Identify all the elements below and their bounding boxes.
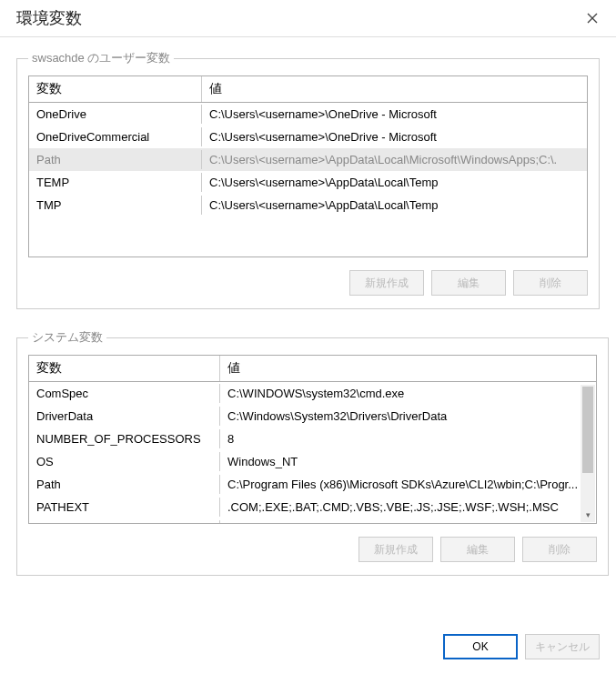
var-value-cell: 8 (220, 429, 596, 448)
user-vars-header: 変数 値 (29, 76, 587, 103)
var-name-cell: Path (29, 150, 202, 169)
var-value-cell: C:\WINDOWS\system32\cmd.exe (220, 384, 596, 403)
var-value-cell: C:\Program Files (x86)\Microsoft SDKs\Az… (220, 475, 596, 494)
var-name-cell: TMP (29, 196, 202, 215)
system-vars-table[interactable]: 変数 値 ComSpecC:\WINDOWS\system32\cmd.exeD… (28, 355, 597, 524)
user-vars-legend: swsachde のユーザー変数 (28, 50, 174, 66)
var-name-cell: PATHEXT (29, 498, 220, 517)
scroll-down-icon[interactable]: ▾ (581, 508, 595, 522)
scrollbar[interactable]: ▾ (581, 385, 595, 522)
dialog-title: 環境変数 (16, 7, 82, 29)
system-vars-header: 変数 値 (29, 356, 596, 382)
cancel-button[interactable]: キャンセル (525, 634, 600, 659)
table-row[interactable]: OneDriveCommercialC:\Users\<username>\On… (29, 126, 587, 148)
env-vars-dialog: 環境変数 swsachde のユーザー変数 変数 値 OneDriveC:\Us… (0, 0, 616, 674)
var-name-cell: Path (29, 475, 220, 494)
table-row[interactable]: DriverDataC:\Windows\System32\Drivers\Dr… (29, 405, 596, 428)
var-value-cell: C:\Users\<username>\AppData\Local\Temp (202, 196, 587, 215)
user-delete-button[interactable]: 削除 (513, 270, 588, 296)
titlebar: 環境変数 (0, 0, 616, 36)
close-button[interactable] (580, 5, 605, 31)
table-row[interactable]: NUMBER_OF_PROCESSORS8 (29, 428, 596, 450)
system-vars-legend: システム変数 (28, 329, 106, 346)
content-area: swsachde のユーザー変数 変数 値 OneDriveC:\Users\<… (0, 45, 616, 605)
var-name-cell: DriverData (29, 407, 220, 426)
column-header-name[interactable]: 変数 (29, 76, 202, 102)
table-row[interactable]: OSWindows_NT (29, 450, 596, 473)
table-row[interactable]: OneDriveC:\Users\<username>\OneDrive - M… (29, 103, 587, 126)
table-row[interactable]: TEMPC:\Users\<username>\AppData\Local\Te… (29, 171, 587, 194)
table-row[interactable]: ComSpecC:\WINDOWS\system32\cmd.exe (29, 382, 596, 405)
var-name-cell: OS (29, 452, 220, 471)
system-delete-button[interactable]: 削除 (522, 537, 597, 562)
scrollbar-thumb[interactable] (582, 387, 593, 473)
table-row[interactable]: PathC:\Program Files (x86)\Microsoft SDK… (29, 473, 596, 496)
system-vars-group: システム変数 変数 値 ComSpecC:\WINDOWS\system32\c… (16, 329, 609, 576)
table-row[interactable]: TMPC:\Users\<username>\AppData\Local\Tem… (29, 194, 587, 216)
user-edit-button[interactable]: 編集 (431, 270, 506, 296)
column-header-name[interactable]: 変数 (29, 356, 220, 381)
dialog-footer: OK キャンセル (443, 634, 600, 659)
var-value-cell: .COM;.EXE;.BAT;.CMD;.VBS;.VBE;.JS;.JSE;.… (220, 498, 596, 517)
system-edit-button[interactable]: 編集 (440, 537, 515, 562)
system-vars-body: ComSpecC:\WINDOWS\system32\cmd.exeDriver… (29, 382, 596, 523)
var-value-cell: C:\Users\<username>\AppData\Local\Temp (202, 173, 587, 192)
column-header-value[interactable]: 値 (202, 76, 587, 102)
var-name-cell: TEMP (29, 173, 202, 192)
table-row[interactable]: POWERSHELL_DISTRIBUTIO...MSI:Windows 10 … (29, 518, 596, 523)
var-value-cell: C:\Users\<username>\AppData\Local\Micros… (202, 150, 587, 169)
var-value-cell: MSI:Windows 10 Enterprise (220, 520, 596, 523)
var-value-cell: C:\Windows\System32\Drivers\DriverData (220, 407, 596, 426)
ok-button[interactable]: OK (443, 634, 518, 659)
user-vars-table[interactable]: 変数 値 OneDriveC:\Users\<username>\OneDriv… (28, 75, 588, 257)
var-name-cell: OneDrive (29, 105, 202, 124)
user-vars-buttons: 新規作成 編集 削除 (28, 270, 588, 296)
var-name-cell: POWERSHELL_DISTRIBUTIO... (29, 520, 220, 523)
system-new-button[interactable]: 新規作成 (358, 537, 433, 562)
user-vars-body: OneDriveC:\Users\<username>\OneDrive - M… (29, 103, 587, 216)
table-row[interactable]: PathC:\Users\<username>\AppData\Local\Mi… (29, 148, 587, 171)
user-vars-group: swsachde のユーザー変数 変数 値 OneDriveC:\Users\<… (16, 50, 600, 309)
column-header-value[interactable]: 値 (220, 356, 596, 381)
var-value-cell: Windows_NT (220, 452, 596, 471)
var-name-cell: OneDriveCommercial (29, 127, 202, 146)
divider (0, 36, 616, 37)
var-value-cell: C:\Users\<username>\OneDrive - Microsoft (202, 127, 587, 146)
system-vars-buttons: 新規作成 編集 削除 (28, 537, 597, 562)
var-name-cell: ComSpec (29, 384, 220, 403)
close-icon (587, 13, 598, 24)
var-value-cell: C:\Users\<username>\OneDrive - Microsoft (202, 105, 587, 124)
table-row[interactable]: PATHEXT.COM;.EXE;.BAT;.CMD;.VBS;.VBE;.JS… (29, 496, 596, 518)
var-name-cell: NUMBER_OF_PROCESSORS (29, 429, 220, 448)
user-new-button[interactable]: 新規作成 (349, 270, 424, 296)
